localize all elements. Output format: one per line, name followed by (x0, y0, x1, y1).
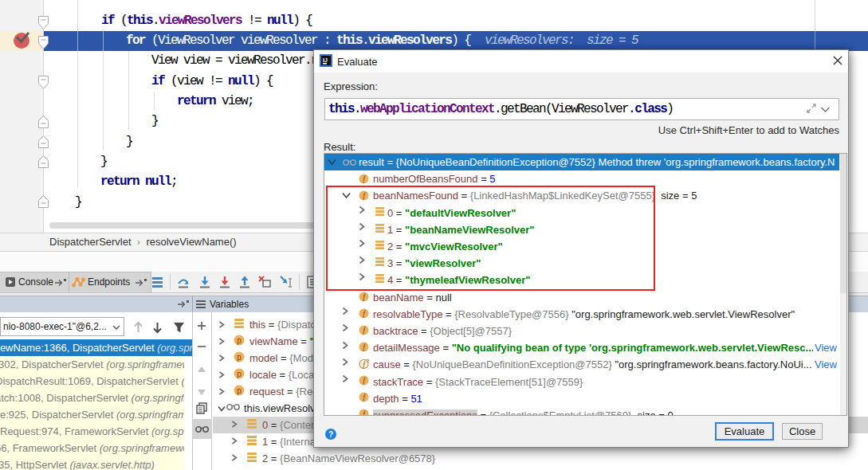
svg-text:?: ? (328, 430, 333, 439)
svg-text:p: p (237, 353, 242, 362)
svg-text:p: p (237, 370, 242, 378)
svg-text:p: p (237, 386, 242, 395)
svg-text:IJ: IJ (323, 57, 328, 63)
svg-text:p: p (237, 336, 242, 345)
